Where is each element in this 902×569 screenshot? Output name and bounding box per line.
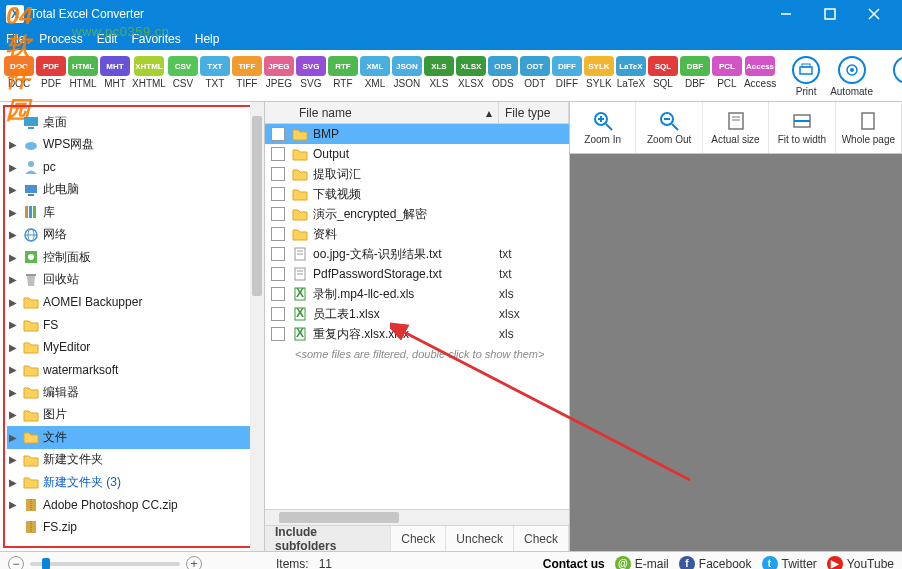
file-checkbox[interactable] (271, 247, 285, 261)
tree-item[interactable]: ▶新建文件夹 (3) (7, 471, 257, 494)
tree-scrollbar[interactable] (250, 102, 264, 551)
tree-item[interactable]: ▶WPS网盘 (7, 134, 257, 157)
close-button[interactable] (852, 0, 896, 28)
file-checkbox[interactable] (271, 147, 285, 161)
file-row[interactable]: 资料 (265, 224, 569, 244)
minimize-button[interactable] (764, 0, 808, 28)
tree-item[interactable]: ▶文件 (7, 426, 257, 449)
expand-icon[interactable]: ▶ (9, 297, 19, 308)
expand-icon[interactable]: ▶ (9, 364, 19, 375)
file-row[interactable]: PdfPasswordStorage.txttxt (265, 264, 569, 284)
expand-icon[interactable]: ▶ (9, 387, 19, 398)
facebook-link[interactable]: fFacebook (679, 556, 752, 570)
zoom-out-button[interactable]: Zoom Out (636, 102, 702, 153)
expand-icon[interactable]: ▶ (9, 207, 19, 218)
zoom-slider[interactable] (30, 562, 180, 566)
tab-include-subfolders[interactable]: Include subfolders (265, 526, 391, 551)
tree-item[interactable]: ▶FS (7, 314, 257, 337)
file-checkbox[interactable] (271, 307, 285, 321)
file-checkbox[interactable] (271, 127, 285, 141)
expand-icon[interactable]: ▶ (9, 252, 19, 263)
column-file-type[interactable]: File type (499, 102, 569, 123)
file-h-scrollbar[interactable] (265, 509, 569, 525)
format-xlsx[interactable]: XLSXXLSX (456, 56, 486, 89)
tree-item[interactable]: ▶Adobe Photoshop CC.zip (7, 494, 257, 517)
file-checkbox[interactable] (271, 187, 285, 201)
fit-width-button[interactable]: Fit to width (769, 102, 835, 153)
file-row[interactable]: oo.jpg-文稿-识别结果.txttxt (265, 244, 569, 264)
file-row[interactable]: X员工表1.xlsxxlsx (265, 304, 569, 324)
file-row[interactable]: X重复内容.xlsx.xlsxxls (265, 324, 569, 344)
print-button[interactable]: Print (788, 56, 824, 97)
twitter-link[interactable]: tTwitter (762, 556, 817, 570)
expand-icon[interactable]: ▶ (9, 274, 19, 285)
format-jpeg[interactable]: JPEGJPEG (264, 56, 294, 89)
tab-uncheck[interactable]: Uncheck (446, 526, 514, 551)
tree-item[interactable]: ▶watermarksoft (7, 359, 257, 382)
format-pcl[interactable]: PCLPCL (712, 56, 742, 89)
format-odt[interactable]: ODTODT (520, 56, 550, 89)
tree-item[interactable]: ▶控制面板 (7, 246, 257, 269)
file-row[interactable]: 提取词汇 (265, 164, 569, 184)
zoom-in-button[interactable]: Zoom In (570, 102, 636, 153)
automate-button[interactable]: Automate (826, 56, 877, 97)
menu-process[interactable]: Process (39, 32, 82, 46)
expand-icon[interactable]: ▶ (9, 454, 19, 465)
file-checkbox[interactable] (271, 227, 285, 241)
menu-help[interactable]: Help (195, 32, 220, 46)
expand-icon[interactable]: ▶ (9, 229, 19, 240)
tree-item[interactable]: ▶网络 (7, 224, 257, 247)
file-row[interactable]: BMP (265, 124, 569, 144)
tree-item[interactable]: ▶MyEditor (7, 336, 257, 359)
format-sylk[interactable]: SYLKSYLK (584, 56, 614, 89)
file-checkbox[interactable] (271, 167, 285, 181)
format-svg[interactable]: SVGSVG (296, 56, 326, 89)
expand-icon[interactable]: ▶ (9, 184, 19, 195)
format-json[interactable]: JSONJSON (392, 56, 422, 89)
expand-icon[interactable]: ▶ (9, 477, 19, 488)
tab-check-filter[interactable]: Check (514, 526, 569, 551)
menu-favorites[interactable]: Favorites (131, 32, 180, 46)
tree-item[interactable]: 桌面 (7, 111, 257, 134)
file-checkbox[interactable] (271, 267, 285, 281)
format-csv[interactable]: CSVCSV (168, 56, 198, 89)
youtube-link[interactable]: ▶YouTube (827, 556, 894, 570)
format-access[interactable]: AccessAccess (744, 56, 776, 89)
format-dbf[interactable]: DBFDBF (680, 56, 710, 89)
tree-item[interactable]: ▶pc (7, 156, 257, 179)
format-tiff[interactable]: TIFFTIFF (232, 56, 262, 89)
maximize-button[interactable] (808, 0, 852, 28)
column-file-name[interactable]: File name ▴ (293, 102, 499, 123)
register-button[interactable]: RR (889, 56, 902, 97)
format-diff[interactable]: DIFFDIFF (552, 56, 582, 89)
file-row[interactable]: X录制.mp4-llc-ed.xlsxls (265, 284, 569, 304)
format-html[interactable]: HTMLHTML (68, 56, 98, 89)
actual-size-button[interactable]: Actual size (703, 102, 769, 153)
file-row[interactable]: 演示_encrypted_解密 (265, 204, 569, 224)
tree-item[interactable]: ▶图片 (7, 404, 257, 427)
format-latex[interactable]: LaTeXLaTeX (616, 56, 646, 89)
tree-item[interactable]: ▶编辑器 (7, 381, 257, 404)
expand-icon[interactable]: ▶ (9, 432, 19, 443)
file-checkbox[interactable] (271, 327, 285, 341)
whole-page-button[interactable]: Whole page (836, 102, 902, 153)
format-ods[interactable]: ODSODS (488, 56, 518, 89)
format-mht[interactable]: MHTMHT (100, 56, 130, 89)
tree-item[interactable]: ▶新建文件夹 (7, 449, 257, 472)
zoom-plus-button[interactable]: + (186, 556, 202, 570)
format-rtf[interactable]: RTFRTF (328, 56, 358, 89)
tree-item[interactable]: ▶库 (7, 201, 257, 224)
format-doc[interactable]: DOCDOC (4, 56, 34, 89)
tree-item[interactable]: ▶AOMEI Backupper (7, 291, 257, 314)
format-txt[interactable]: TXTTXT (200, 56, 230, 89)
format-xhtml[interactable]: XHTMLXHTML (132, 56, 166, 89)
menu-edit[interactable]: Edit (97, 32, 118, 46)
expand-icon[interactable]: ▶ (9, 139, 19, 150)
format-sql[interactable]: SQLSQL (648, 56, 678, 89)
file-checkbox[interactable] (271, 287, 285, 301)
tree-item[interactable]: ▶此电脑 (7, 179, 257, 202)
file-checkbox[interactable] (271, 207, 285, 221)
format-xls[interactable]: XLSXLS (424, 56, 454, 89)
format-xml[interactable]: XMLXML (360, 56, 390, 89)
filter-message[interactable]: <some files are filtered, double click t… (265, 344, 569, 360)
